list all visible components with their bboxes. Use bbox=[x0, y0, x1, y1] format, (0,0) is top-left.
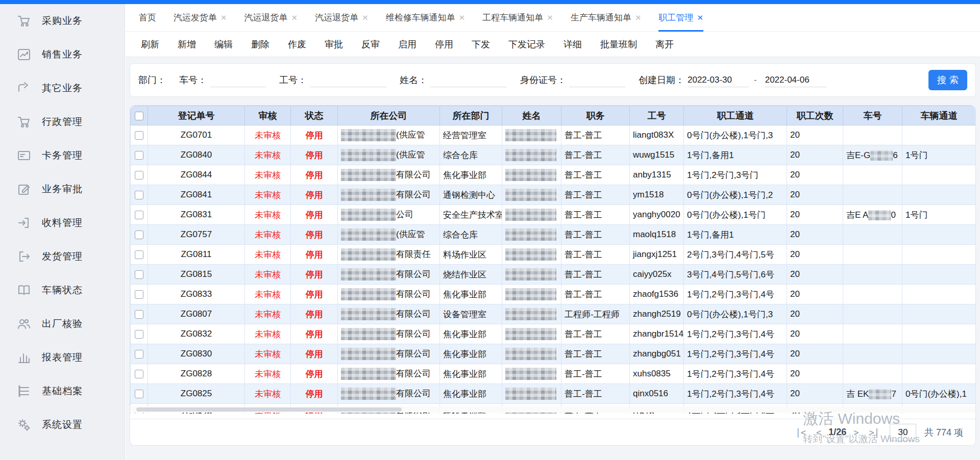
sidebar-item-基础档案[interactable]: 基础档案 bbox=[0, 374, 125, 408]
column-header-工号: 工号 bbox=[630, 106, 684, 125]
tab-close-icon[interactable]: ✕ bbox=[220, 13, 227, 22]
horizontal-scrollbar-thumb[interactable] bbox=[136, 407, 402, 412]
tab-close-icon[interactable]: ✕ bbox=[459, 13, 465, 22]
tab-维检修车辆通知单[interactable]: 维检修车辆通知单✕ bbox=[386, 4, 465, 32]
toolbar-button-作废[interactable]: 作废 bbox=[288, 38, 306, 50]
tab-close-icon[interactable]: ✕ bbox=[291, 13, 298, 22]
sidebar-item-其它业务[interactable]: 其它业务 bbox=[0, 71, 125, 105]
prev-page-button[interactable]: < bbox=[816, 427, 821, 438]
tab-close-icon[interactable]: ✕ bbox=[635, 13, 642, 22]
sidebar-item-发货管理[interactable]: 发货管理 bbox=[0, 240, 125, 273]
first-page-button[interactable]: |< bbox=[795, 427, 805, 438]
toolbar-button-反审[interactable]: 反审 bbox=[361, 38, 380, 50]
name-cell bbox=[502, 285, 561, 304]
id-card-input[interactable] bbox=[569, 73, 625, 87]
row-checkbox[interactable] bbox=[135, 151, 143, 160]
row-checkbox[interactable] bbox=[135, 191, 143, 199]
toolbar-button-刷新[interactable]: 刷新 bbox=[141, 38, 159, 50]
toolbar-button-审批[interactable]: 审批 bbox=[325, 38, 343, 50]
table-row[interactable]: ZG0811未审核停用有限责任料场作业区普工-普工jiangxj12512号门,… bbox=[131, 245, 976, 265]
row-checkbox[interactable] bbox=[135, 131, 143, 140]
last-page-button[interactable]: >| bbox=[869, 427, 879, 438]
row-checkbox[interactable] bbox=[135, 171, 143, 180]
date-to-input[interactable] bbox=[765, 73, 826, 87]
row-checkbox[interactable] bbox=[135, 310, 143, 319]
redacted-name bbox=[505, 228, 556, 241]
toolbar-button-下发[interactable]: 下发 bbox=[472, 38, 490, 50]
sidebar-item-采购业务[interactable]: 采购业务 bbox=[0, 4, 125, 38]
toolbar-button-详细[interactable]: 详细 bbox=[564, 38, 582, 50]
row-checkbox[interactable] bbox=[135, 390, 143, 398]
employee-channel-cell: 1号门,2号门,3号门,4号 bbox=[684, 384, 787, 404]
toolbar-button-离开[interactable]: 离开 bbox=[655, 38, 674, 50]
sidebar-item-卡务管理[interactable]: 卡务管理 bbox=[0, 139, 125, 172]
toolbar-button-下发记录[interactable]: 下发记录 bbox=[508, 38, 545, 50]
tab-close-icon[interactable]: ✕ bbox=[547, 13, 553, 22]
vehicle-no-input[interactable] bbox=[210, 73, 266, 87]
row-checkbox[interactable] bbox=[135, 231, 143, 239]
name-input[interactable] bbox=[430, 73, 507, 87]
table-row[interactable]: ZG0830未审核停用有限公司焦化事业部普工-普工zhangbg0511号门,2… bbox=[131, 344, 976, 364]
sidebar-item-销售业务[interactable]: 销售业务 bbox=[0, 38, 125, 71]
row-checkbox[interactable] bbox=[135, 330, 143, 339]
table-row[interactable]: ZG0840未审核停用(供应管综合仓库普工-普工wuwg15151号门,备用12… bbox=[131, 145, 976, 165]
sidebar-item-出厂核验[interactable]: 出厂核验 bbox=[0, 307, 125, 341]
table-row[interactable]: ZG0815未审核停用有限公司烧结作业区普工-普工caiyy025x3号门,4号… bbox=[131, 265, 976, 285]
tab-close-icon[interactable]: ✕ bbox=[697, 13, 703, 22]
row-checkbox[interactable] bbox=[135, 290, 143, 299]
toolbar-button-编辑[interactable]: 编辑 bbox=[214, 38, 233, 50]
work-no-cell: jiangxj1251 bbox=[630, 245, 684, 265]
toolbar-button-批量班制[interactable]: 批量班制 bbox=[600, 38, 637, 50]
vehicle-no-cell bbox=[843, 245, 902, 265]
audit-status-cell: 未审核 bbox=[245, 185, 291, 205]
table-row[interactable]: ZG0833未审核停用有限公司焦化事业部普工-普工zhaofg15361号门,2… bbox=[131, 285, 976, 304]
tab-生产车辆通知单[interactable]: 生产车辆通知单✕ bbox=[571, 4, 642, 32]
table-row[interactable]: ZG0844未审核停用有限公司焦化事业部普工-普工anby13151号门,2号门… bbox=[131, 165, 976, 185]
register-no-cell: ZG0828 bbox=[148, 364, 245, 384]
toolbar-button-新增[interactable]: 新增 bbox=[178, 38, 196, 50]
toolbar-button-删除[interactable]: 删除 bbox=[251, 38, 270, 50]
column-header-职工通道: 职工通道 bbox=[684, 106, 787, 125]
table-row[interactable]: ZG0825未审核停用有限公司焦化事业部普工-普工qinx05161号门,2号门… bbox=[131, 384, 976, 404]
table-row[interactable]: ZG0831未审核停用公司安全生产技术室普工-普工yanghy00200号门(办… bbox=[131, 205, 976, 225]
sidebar-item-系统设置[interactable]: 系统设置 bbox=[0, 408, 125, 442]
search-button[interactable]: 搜索 bbox=[928, 70, 967, 90]
sidebar-item-行政管理[interactable]: 行政管理 bbox=[0, 105, 125, 139]
table-row[interactable]: ZG0841未审核停用有限公司通钢检测中心普工-普工ym15180号门(办公楼)… bbox=[131, 185, 976, 205]
sidebar-item-车辆状态[interactable]: 车辆状态 bbox=[0, 273, 125, 307]
table-row[interactable]: ZG0807未审核停用有限公司设备管理室工程师-工程师zhangh25190号门… bbox=[131, 304, 976, 324]
table-row[interactable]: ZG0701未审核停用(供应管经营管理室普工-普工liangt083X0号门(办… bbox=[131, 125, 976, 145]
toolbar-button-停用[interactable]: 停用 bbox=[435, 38, 453, 50]
sidebar-item-报表管理[interactable]: 报表管理 bbox=[0, 341, 125, 374]
tab-汽运退货单[interactable]: 汽运退货单✕ bbox=[315, 4, 369, 32]
row-checkbox[interactable] bbox=[135, 370, 143, 378]
sidebar-item-业务审批[interactable]: 业务审批 bbox=[0, 172, 125, 206]
sidebar-item-label: 业务审批 bbox=[42, 183, 83, 196]
date-from-input[interactable] bbox=[688, 73, 749, 87]
page-size-input[interactable] bbox=[890, 424, 916, 441]
row-checkbox[interactable] bbox=[135, 211, 143, 219]
select-all-checkbox[interactable] bbox=[135, 112, 143, 120]
table-row[interactable]: ZG0832未审核停用有限公司焦化事业部普工-普工zhangbr15141号门,… bbox=[131, 324, 976, 344]
department-cell: 焦化事业部 bbox=[440, 344, 502, 364]
tab-汽运退货单[interactable]: 汽运退货单✕ bbox=[244, 4, 298, 32]
tab-close-icon[interactable]: ✕ bbox=[362, 13, 369, 22]
row-checkbox[interactable] bbox=[135, 270, 143, 279]
company-tail-text: 有限公司 bbox=[396, 389, 431, 398]
tab-工程车辆通知单[interactable]: 工程车辆通知单✕ bbox=[482, 4, 553, 32]
tab-职工管理[interactable]: 职工管理✕ bbox=[658, 4, 703, 32]
company-cell: 有限公司 bbox=[338, 185, 440, 205]
next-page-button[interactable]: > bbox=[853, 427, 859, 438]
redacted-company-name bbox=[341, 129, 396, 141]
id-card-label: 身份证号： bbox=[520, 74, 566, 86]
row-checkbox[interactable] bbox=[135, 250, 143, 259]
redacted-name bbox=[505, 288, 556, 300]
table-row[interactable]: ZG0828未审核停用有限公司焦化事业部普工-普工xuhs08351号门,2号门… bbox=[131, 364, 976, 384]
toolbar-button-启用[interactable]: 启用 bbox=[398, 38, 416, 50]
table-row[interactable]: ZG0757未审核停用(供应管综合仓库普工-普工maolq15181号门,备用1… bbox=[131, 225, 976, 245]
work-no-input[interactable] bbox=[310, 73, 386, 87]
sidebar-item-收料管理[interactable]: 收料管理 bbox=[0, 206, 125, 240]
tab-汽运发货单[interactable]: 汽运发货单✕ bbox=[174, 4, 227, 32]
row-checkbox[interactable] bbox=[135, 350, 143, 359]
tab-首页[interactable]: 首页 bbox=[139, 4, 156, 32]
